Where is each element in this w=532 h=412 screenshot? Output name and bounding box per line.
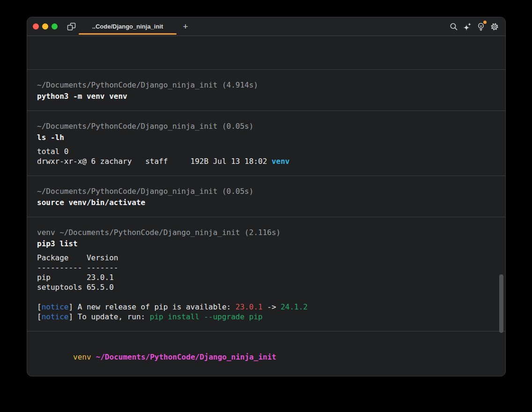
command-block[interactable]: ~/Documents/PythonCode/Django_ninja_init… [37, 111, 495, 176]
new-tab-button[interactable]: + [180, 22, 191, 32]
output-line: pip 23.0.1 [37, 272, 495, 282]
output-line: [notice] To update, run: pip install --u… [37, 312, 495, 322]
notification-dot [483, 21, 487, 24]
prompt-path: ~/Documents/PythonCode/Django_ninja_init [96, 353, 276, 361]
scrollback-empty-space [37, 36, 495, 69]
block-command-line: source venv/bin/activate [37, 198, 495, 207]
gear-icon[interactable] [489, 22, 499, 31]
title-bar: ..Code/Django_ninja_init + [27, 17, 505, 36]
window-controls [33, 23, 58, 29]
block-command-line: pip3 list [37, 239, 495, 249]
prompt-block: venv~/Documents/PythonCode/Django_ninja_… [37, 331, 495, 376]
block-output: Package Version---------- -------pip 23.… [37, 253, 495, 322]
output-line: setuptools 65.5.0 [37, 282, 495, 292]
output-line: [notice] A new release of pip is availab… [37, 302, 495, 312]
block-command-line: ls -lh [37, 132, 495, 142]
zoom-button[interactable] [52, 23, 58, 29]
block-context-line: ~/Documents/PythonCode/Django_ninja_init… [37, 186, 495, 196]
ai-sparkle-icon[interactable] [462, 22, 472, 31]
block-context-line: venv ~/Documents/PythonCode/Django_ninja… [37, 228, 495, 237]
terminal-scrollback: ~/Documents/PythonCode/Django_ninja_init… [27, 36, 505, 376]
output-line: total 0 [37, 147, 495, 156]
prompt-context-line: venv~/Documents/PythonCode/Django_ninja_… [37, 342, 495, 372]
block-context-line: ~/Documents/PythonCode/Django_ninja_init… [37, 80, 495, 90]
tab-active[interactable]: ..Code/Django_ninja_init [79, 17, 177, 36]
overlapping-windows-icon[interactable] [67, 22, 76, 31]
minimize-button[interactable] [42, 23, 48, 29]
tab-title: ..Code/Django_ninja_init [92, 23, 163, 30]
command-block[interactable]: ~/Documents/PythonCode/Django_ninja_init… [37, 176, 495, 217]
command-block[interactable]: ~/Documents/PythonCode/Django_ninja_init… [37, 70, 495, 110]
block-command-line: python3 -m venv venv [37, 91, 495, 101]
output-line: drwxr-xr-x@ 6 zachary staff 192B Jul 13 … [37, 156, 495, 166]
output-line [37, 292, 495, 302]
block-output: total 0drwxr-xr-x@ 6 zachary staff 192B … [37, 147, 495, 166]
search-icon[interactable] [449, 22, 458, 31]
close-button[interactable] [33, 23, 39, 29]
block-context-line: ~/Documents/PythonCode/Django_ninja_init… [37, 121, 495, 131]
terminal-window: ..Code/Django_ninja_init + [27, 17, 506, 376]
command-block[interactable]: venv ~/Documents/PythonCode/Django_ninja… [37, 217, 495, 331]
bulb-icon[interactable] [476, 22, 486, 31]
venv-indicator: venv [73, 353, 91, 361]
active-tab-indicator [79, 33, 177, 35]
scrollbar-thumb[interactable] [499, 274, 503, 333]
output-line: Package Version [37, 253, 495, 263]
output-line: ---------- ------- [37, 263, 495, 272]
